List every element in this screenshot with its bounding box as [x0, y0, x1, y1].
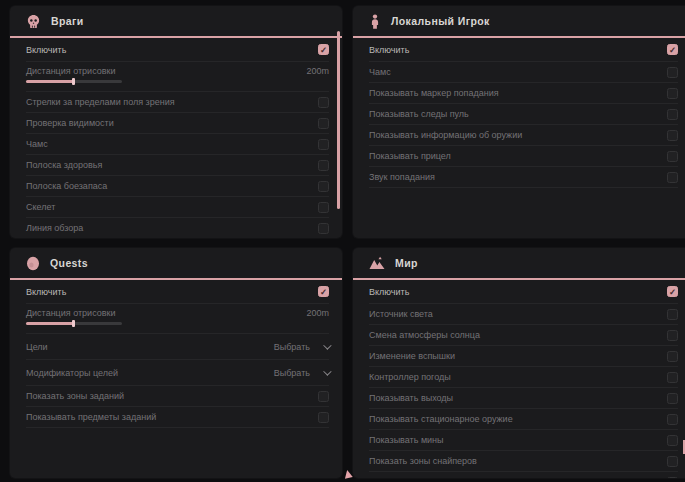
setting-label: Показывать прицел [369, 151, 451, 161]
setting-label: Чамс [369, 67, 391, 77]
setting-label: Показать точки выхода [369, 477, 465, 478]
setting-label: Линия обзора [26, 223, 83, 233]
checkbox[interactable] [667, 477, 678, 479]
setting-row: Изменение вспышки [369, 346, 678, 367]
slider-label: Дистанция отрисовки [26, 308, 116, 318]
checkbox[interactable] [318, 181, 329, 192]
slider-label-row: Дистанция отрисовки200m [26, 308, 329, 318]
checkbox[interactable] [667, 309, 678, 320]
dropdown-select[interactable]: Выбрать [274, 342, 329, 352]
setting-row: Показывать выходы [369, 388, 678, 409]
setting-label: Контроллер погоды [369, 372, 451, 382]
setting-row: Показать точки выхода [369, 472, 678, 478]
panel-enemies: Враги Включить✓Дистанция отрисовки200mСт… [10, 6, 342, 238]
setting-label: Показывать выходы [369, 393, 453, 403]
checkbox[interactable] [667, 172, 678, 183]
setting-row: Включить✓ [26, 280, 329, 304]
setting-row: Источник света [369, 304, 678, 325]
setting-row: Полоска здоровья [26, 155, 329, 176]
setting-label: Включить [26, 287, 66, 297]
checkbox[interactable]: ✓ [667, 44, 678, 55]
setting-row: Линия обзора [26, 218, 329, 238]
setting-row: Показывать прицел [369, 146, 678, 167]
panel-title: Мир [395, 257, 418, 269]
render-distance-slider[interactable] [26, 80, 122, 83]
panel-title: Враги [51, 15, 84, 27]
checkbox[interactable] [318, 160, 329, 171]
checkbox[interactable] [667, 330, 678, 341]
setting-label: Полоска боезапаса [26, 181, 107, 191]
setting-row: Показывать мины [369, 430, 678, 451]
checkbox[interactable] [318, 97, 329, 108]
panel-local-player-header: Локальный Игрок [353, 6, 685, 36]
checkbox[interactable] [318, 118, 329, 129]
checkbox[interactable] [667, 414, 678, 425]
panel-title: Локальный Игрок [391, 15, 490, 27]
setting-label: Включить [369, 45, 409, 55]
setting-label: Полоска здоровья [26, 160, 102, 170]
checkbox[interactable] [667, 130, 678, 141]
chevron-down-icon [323, 367, 331, 375]
setting-row: Проверка видимости [26, 113, 329, 134]
dropdown-select[interactable]: Выбрать [274, 368, 329, 378]
checkbox[interactable]: ✓ [318, 286, 329, 297]
checkbox[interactable] [667, 67, 678, 78]
setting-row: Показать зоны снайперов [369, 451, 678, 472]
dropdown-label: Цели [26, 342, 48, 352]
setting-row: Полоска боезапаса [26, 176, 329, 197]
checkbox[interactable] [667, 435, 678, 446]
setting-label: Показывать стационарное оружие [369, 414, 513, 424]
slider-value: 200m [306, 66, 329, 76]
slider-label-row: Дистанция отрисовки200m [26, 66, 329, 76]
checkbox[interactable]: ✓ [318, 44, 329, 55]
checkbox[interactable] [667, 351, 678, 362]
checkbox[interactable]: ✓ [667, 286, 678, 297]
setting-row: Включить✓ [26, 38, 329, 62]
checkbox[interactable] [318, 412, 329, 423]
checkbox[interactable] [667, 372, 678, 383]
setting-label: Включить [369, 287, 409, 297]
checkbox[interactable] [318, 202, 329, 213]
panel-enemies-rows: Включить✓Дистанция отрисовки200mСтрелки … [10, 38, 342, 238]
slider-setting: Дистанция отрисовки200m [26, 62, 329, 92]
checkbox[interactable] [318, 139, 329, 150]
panel-quests: Quests Включить✓Дистанция отрисовки200mЦ… [10, 248, 342, 478]
setting-row: Показать зоны заданий [26, 386, 329, 407]
checkbox[interactable] [667, 109, 678, 120]
setting-label: Звук попадания [369, 172, 435, 182]
setting-row: Звук попадания [369, 167, 678, 188]
setting-row: Показывать следы пуль [369, 104, 678, 125]
skull-icon [26, 14, 41, 29]
panel-world: Мир Включить✓Источник светаСмена атмосфе… [353, 248, 685, 478]
render-distance-slider[interactable] [26, 322, 122, 325]
slider-value: 200m [306, 308, 329, 318]
setting-label: Показать зоны заданий [26, 391, 124, 401]
checkbox[interactable] [667, 88, 678, 99]
setting-label: Показывать маркер попадания [369, 88, 499, 98]
dropdown-value: Выбрать [274, 342, 310, 352]
setting-row: Скелет [26, 197, 329, 218]
dropdown-label: Модификаторы целей [26, 368, 118, 378]
checkbox[interactable] [667, 456, 678, 467]
checkbox[interactable] [318, 391, 329, 402]
setting-label: Скелет [26, 202, 55, 212]
panel-local-player-rows: Включить✓ЧамсПоказывать маркер попадания… [353, 38, 685, 188]
setting-row: Показывать стационарное оружие [369, 409, 678, 430]
checkbox[interactable] [667, 393, 678, 404]
slider-thumb[interactable] [72, 78, 75, 85]
slider-label: Дистанция отрисовки [26, 66, 116, 76]
setting-label: Смена атмосферы солнца [369, 330, 480, 340]
setting-label: Источник света [369, 309, 433, 319]
slider-fill [26, 322, 74, 325]
checkbox[interactable] [667, 151, 678, 162]
slider-setting: Дистанция отрисовки200m [26, 304, 329, 334]
setting-label: Показывать предметы заданий [26, 412, 156, 422]
setting-label: Показать зоны снайперов [369, 456, 477, 466]
setting-label: Показывать следы пуль [369, 109, 469, 119]
panel-local-player: Локальный Игрок Включить✓ЧамсПоказывать … [353, 6, 685, 238]
slider-thumb[interactable] [72, 320, 75, 327]
scrollbar-thumb[interactable] [337, 31, 340, 209]
checkbox[interactable] [318, 223, 329, 234]
setting-row: Чамс [369, 62, 678, 83]
setting-row: Стрелки за пределами поля зрения [26, 92, 329, 113]
